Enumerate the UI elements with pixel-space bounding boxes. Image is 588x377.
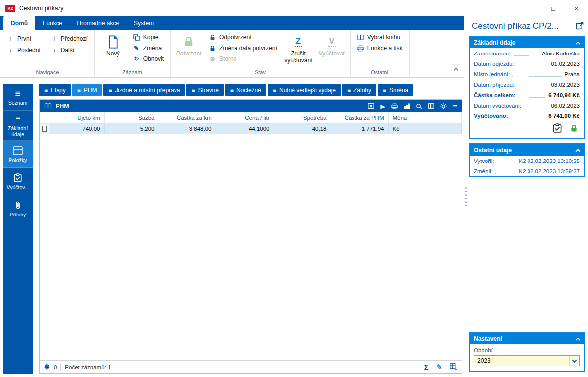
field-label: Datum příjezdu: — [474, 82, 514, 88]
tab-nutne-vydaje-label: Nutné vedlejší výdaje — [279, 87, 336, 94]
period-dropdown-button[interactable] — [569, 356, 579, 366]
col-header-castka-za-phm[interactable]: Částka za PHM — [331, 112, 388, 123]
field-datum-odjezdu: Datum odjezdu: 01.02.2023 — [470, 58, 584, 69]
tab-nutne-vydaje[interactable]: ≡ Nutné vedlejší výdaje — [268, 84, 341, 96]
period-combo — [474, 355, 580, 366]
other-info-header[interactable]: Ostatní údaje — [470, 144, 584, 156]
sidebar-item-prilohy[interactable]: Přílohy — [3, 195, 33, 222]
sum-icon[interactable]: Σ — [424, 363, 428, 371]
close-button[interactable]: × — [565, 0, 588, 16]
refresh-button[interactable]: ↻ Obnovit — [130, 54, 167, 64]
field-castka-celkem: Částka celkem: 6 740,94 Kč — [470, 90, 584, 100]
dotted-leader — [495, 173, 517, 174]
detail-title: Cestovní příkaz CP/2... — [472, 21, 576, 31]
tab-phm[interactable]: ≡ PHM — [72, 84, 102, 96]
menu-icon[interactable]: ≡ — [453, 103, 457, 110]
field-vyuctovano: Vyúčtováno: 6 741,00 Kč — [470, 110, 584, 121]
cell-castka-za-km: 3 848,00 — [159, 123, 216, 134]
export-table-icon[interactable] — [368, 103, 374, 109]
new-label: Nový — [106, 51, 119, 57]
sidebar-item-polozky[interactable]: Položky — [3, 141, 33, 168]
ribbon-tab-funkce[interactable]: Funkce — [35, 16, 69, 30]
sidebar-item-seznam[interactable]: ≡ Seznam — [3, 84, 33, 111]
select-book-button[interactable]: Vybrat knihu — [354, 32, 406, 42]
tab-list-icon: ≡ — [383, 87, 386, 94]
functions-print-button[interactable]: Funkce a tisk — [354, 43, 406, 53]
field-datum-prijezdu: Datum příjezdu: 03.02.2023 — [470, 79, 584, 90]
change-button[interactable]: ✎ Změna — [130, 43, 167, 53]
tab-etapy[interactable]: ≡ Etapy — [39, 84, 71, 96]
previous-button[interactable]: ↑ Předchozí — [48, 34, 91, 44]
grid-header-row: Ujeto km Sazba Částka za km Cena / litr … — [40, 112, 462, 123]
gear-icon[interactable] — [440, 103, 447, 109]
tab-stravne[interactable]: ≡ Stravné — [186, 84, 223, 96]
sidebar-item-zakladni-udaje[interactable]: ≡ Základní údaje — [3, 111, 33, 141]
status-icons-row — [470, 121, 584, 138]
change-confirm-date-button[interactable]: Změna data potvrzení — [206, 43, 280, 53]
panel-splitter[interactable] — [464, 16, 468, 377]
col-header-sazba[interactable]: Sazba — [104, 112, 159, 123]
copy-button[interactable]: Kopie — [130, 32, 167, 42]
dotted-leader — [512, 76, 562, 77]
grid-corner-cell — [40, 112, 50, 123]
chart-icon[interactable] — [404, 103, 410, 109]
new-button[interactable]: Nový — [98, 32, 128, 58]
tab-smena[interactable]: ≡ Směna — [378, 84, 413, 96]
col-header-cena-litr[interactable]: Cena / litr — [216, 112, 274, 123]
bill-button[interactable]: V Vyúčtovat — [317, 32, 347, 58]
functions-print-label: Funkce a tisk — [367, 45, 403, 52]
search-icon[interactable] — [416, 103, 422, 109]
next-label: Další — [61, 47, 74, 54]
ribbon-tab-hromadne-akce[interactable]: Hromadné akce — [69, 16, 126, 30]
cell-mena: Kč — [388, 123, 462, 134]
col-header-ujeto-km[interactable]: Ujeto km — [50, 112, 104, 123]
chevron-up-icon — [454, 68, 459, 73]
tab-zalohy[interactable]: ≡ Zálohy — [342, 84, 376, 96]
tab-noclezne[interactable]: ≡ Nocležné — [225, 84, 266, 96]
col-header-mena[interactable]: Měna — [388, 112, 462, 123]
columns-icon[interactable] — [428, 103, 434, 109]
sidebar-item-vyuctovani[interactable]: Vyúčtov... — [3, 168, 33, 195]
row-marker-icon — [42, 126, 47, 132]
settings-box: Nastavení Období — [469, 332, 585, 372]
print-icon[interactable] — [391, 103, 398, 109]
field-zamestnanec: Zaměstnanec:: Alois Karkoška — [470, 48, 584, 58]
unconfirm-button[interactable]: Odpotvrzení — [206, 32, 280, 42]
cancel-billing-button[interactable]: Z Zrušit vyúčtování — [282, 32, 315, 65]
dotted-leader — [511, 118, 546, 118]
grid-edit-icon[interactable] — [450, 363, 457, 371]
first-button[interactable]: ↑ První — [4, 34, 44, 44]
play-icon[interactable]: ▶ — [380, 103, 385, 109]
window-controls: – □ × — [519, 0, 588, 16]
col-header-spotreba[interactable]: Spotřeba — [274, 112, 331, 123]
ribbon-tab-system[interactable]: Systém — [126, 16, 161, 30]
divider — [60, 364, 61, 371]
copy-icon — [133, 34, 140, 41]
table-row[interactable]: 740,00 5,200 3 848,00 44,1000 40,18 1 77… — [40, 123, 462, 134]
dotted-leader — [518, 97, 546, 98]
basic-info-header[interactable]: Základní údaje — [470, 37, 584, 48]
period-input[interactable] — [474, 356, 569, 366]
ribbon-collapse-button[interactable] — [454, 66, 458, 73]
tab-list-icon: ≡ — [230, 87, 234, 94]
edit-pencil-icon[interactable]: ✎ — [436, 363, 442, 372]
confirm-button[interactable]: Potvrzení — [174, 32, 204, 58]
filter-icon[interactable]: ✱ — [44, 363, 50, 371]
other-info-box: Ostatní údaje Vytvořil: K2 02.02.2023 13… — [469, 143, 585, 177]
storno-button[interactable]: ⊗ Storno — [206, 54, 280, 64]
open-external-icon[interactable] — [576, 22, 584, 31]
maximize-button[interactable]: □ — [542, 0, 565, 16]
ribbon-tab-domu[interactable]: Domů — [3, 16, 35, 30]
minimize-button[interactable]: – — [519, 0, 542, 16]
row-selector-cell[interactable] — [40, 123, 50, 134]
settings-header[interactable]: Nastavení — [470, 333, 584, 344]
last-label: Poslední — [17, 47, 41, 54]
paperclip-icon — [14, 200, 22, 210]
col-header-castka-za-km[interactable]: Částka za km — [159, 112, 216, 123]
next-button[interactable]: ↓ Další — [48, 45, 91, 55]
field-value: Alois Karkoška — [542, 51, 580, 56]
last-button[interactable]: ↓ Poslední — [4, 45, 44, 55]
unconfirm-lock-icon — [209, 34, 216, 41]
refresh-icon: ↻ — [133, 55, 140, 62]
tab-jizdne[interactable]: ≡ Jízdné a místní přeprava — [103, 84, 185, 96]
